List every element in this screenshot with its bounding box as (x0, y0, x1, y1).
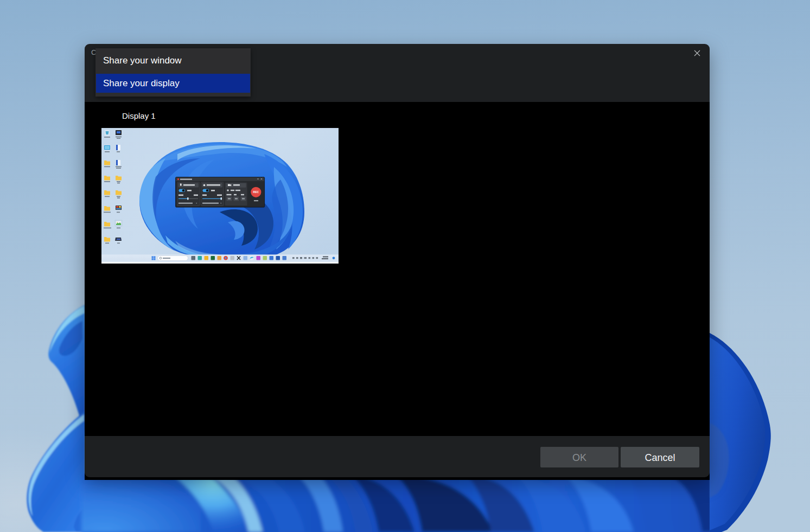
svg-text:REC: REC (253, 190, 259, 194)
